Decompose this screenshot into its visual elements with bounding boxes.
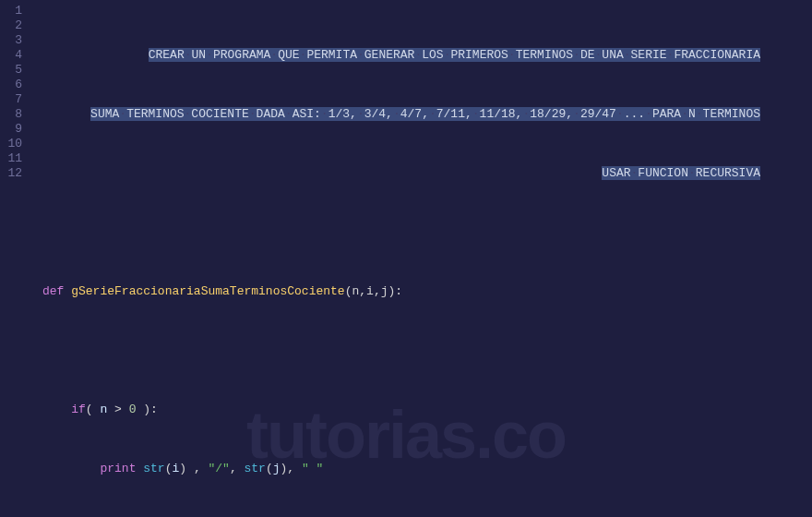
- line-number: 8: [4, 107, 22, 122]
- line-number: 7: [4, 92, 22, 107]
- code-line: USAR·FUNCION·RECURSIVA: [42, 166, 805, 181]
- code-line: SUMA·TERMINOS·COCIENTE·DADA·ASI:·1/3,·3/…: [42, 107, 805, 122]
- line-number: 12: [4, 166, 22, 181]
- code-line: [42, 225, 805, 240]
- line-number: 6: [4, 78, 22, 92]
- code-line: if( n > 0 ):: [42, 403, 805, 417]
- code-line: print str(i) , "/", str(j), " ": [42, 462, 805, 476]
- line-number: 1: [4, 4, 22, 18]
- code-line: def gSerieFraccionariaSumaTerminosCocien…: [42, 284, 805, 299]
- code-editor[interactable]: 1 2 3 4 5 6 7 8 9 10 11 12 CREAR·UN·PROG…: [0, 0, 812, 517]
- line-number: 5: [4, 63, 22, 78]
- code-line: CREAR·UN·PROGRAMA·QUE·PERMITA·GENERAR·LO…: [42, 48, 805, 63]
- line-number-gutter: 1 2 3 4 5 6 7 8 9 10 11 12: [0, 0, 30, 517]
- line-number: 3: [4, 33, 22, 48]
- line-number: 4: [4, 48, 22, 63]
- line-number: 2: [4, 18, 22, 33]
- code-line: [42, 343, 805, 358]
- line-number: 9: [4, 122, 22, 137]
- line-number: 10: [4, 137, 22, 151]
- line-number: 11: [4, 151, 22, 166]
- code-area[interactable]: CREAR·UN·PROGRAMA·QUE·PERMITA·GENERAR·LO…: [30, 0, 812, 517]
